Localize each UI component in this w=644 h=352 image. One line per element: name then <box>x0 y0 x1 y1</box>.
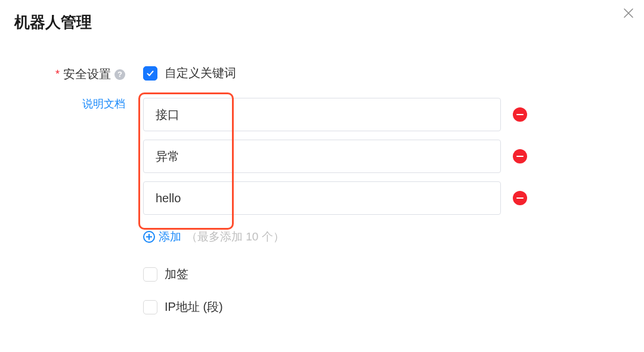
keyword-row <box>143 98 620 131</box>
security-label: 安全设置 <box>63 66 111 82</box>
custom-keyword-label: 自定义关键词 <box>165 65 236 81</box>
dialog-header: 机器人管理 <box>0 0 644 47</box>
ip-checkbox[interactable] <box>143 300 157 314</box>
check-icon <box>146 69 154 78</box>
settings-column: 自定义关键词 添加 （最多添加 10 个） 加签 <box>143 65 620 332</box>
sign-label: 加签 <box>165 266 188 282</box>
doc-link[interactable]: 说明文档 <box>24 97 125 111</box>
dialog-content: * 安全设置 ? 说明文档 自定义关键词 添加 （最多添加 <box>0 47 644 332</box>
custom-keyword-checkbox[interactable] <box>143 66 157 81</box>
add-keyword-hint: （最多添加 10 个） <box>186 229 284 245</box>
keyword-row <box>143 140 620 173</box>
delete-keyword-button[interactable] <box>513 149 527 163</box>
sign-checkbox[interactable] <box>143 267 157 282</box>
plus-circle-icon[interactable] <box>143 231 155 243</box>
minus-icon <box>516 156 524 157</box>
custom-keyword-option: 自定义关键词 <box>143 65 620 81</box>
ip-option: IP地址 (段) <box>143 299 620 315</box>
dialog-title: 机器人管理 <box>14 12 630 33</box>
keyword-input[interactable] <box>143 140 501 173</box>
close-icon[interactable] <box>623 6 634 21</box>
add-keyword-row: 添加 （最多添加 10 个） <box>143 229 620 245</box>
delete-keyword-button[interactable] <box>513 191 527 205</box>
minus-icon <box>516 197 524 199</box>
required-indicator: * <box>55 68 60 81</box>
ip-label: IP地址 (段) <box>165 299 223 315</box>
help-icon[interactable]: ? <box>114 69 125 80</box>
delete-keyword-button[interactable] <box>513 107 527 122</box>
sign-option: 加签 <box>143 266 620 282</box>
add-keyword-button[interactable]: 添加 <box>159 229 181 245</box>
label-column: * 安全设置 ? 说明文档 <box>24 65 143 332</box>
keyword-input[interactable] <box>143 98 501 131</box>
keyword-row <box>143 181 620 215</box>
keyword-input[interactable] <box>143 181 501 215</box>
security-label-row: * 安全设置 ? <box>24 66 125 82</box>
minus-icon <box>516 114 524 115</box>
